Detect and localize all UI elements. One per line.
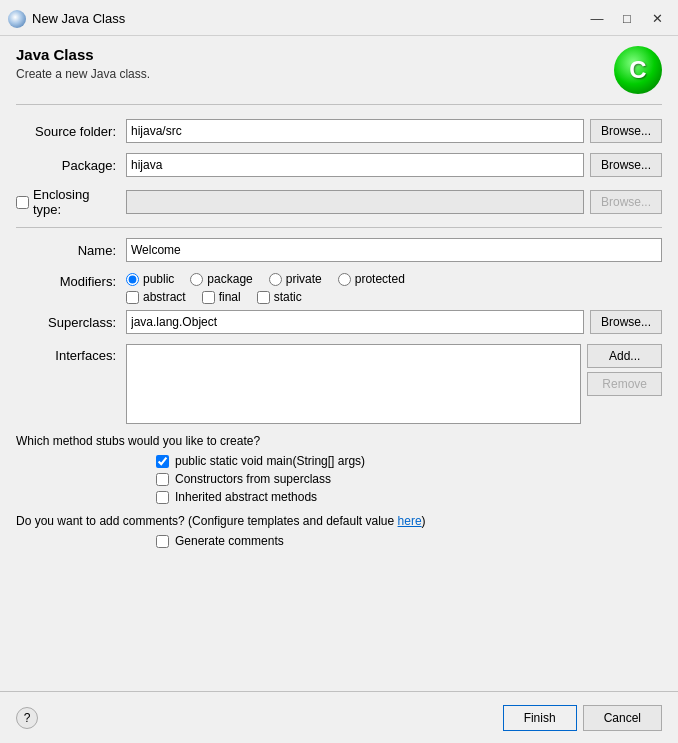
modifiers-extra-row: abstract final static bbox=[126, 290, 405, 304]
window-controls: — □ ✕ bbox=[584, 9, 670, 29]
source-folder-row: Source folder: Browse... bbox=[16, 119, 662, 143]
cancel-button[interactable]: Cancel bbox=[583, 705, 662, 731]
package-browse-button[interactable]: Browse... bbox=[590, 153, 662, 177]
package-label: Package: bbox=[16, 158, 126, 173]
dialog-body: Java Class Create a new Java class. C So… bbox=[0, 36, 678, 568]
comments-section: Do you want to add comments? (Configure … bbox=[16, 514, 662, 548]
name-input[interactable] bbox=[126, 238, 662, 262]
modifier-static-item[interactable]: static bbox=[257, 290, 302, 304]
app-icon bbox=[8, 10, 26, 28]
comments-here-link[interactable]: here bbox=[398, 514, 422, 528]
stub-inherited-item[interactable]: Inherited abstract methods bbox=[156, 490, 662, 504]
modifier-package-item[interactable]: package bbox=[190, 272, 252, 286]
interfaces-add-button[interactable]: Add... bbox=[587, 344, 662, 368]
help-button[interactable]: ? bbox=[16, 707, 38, 729]
modifier-package-radio[interactable] bbox=[190, 273, 203, 286]
package-row: Package: Browse... bbox=[16, 153, 662, 177]
dialog-title: Java Class bbox=[16, 46, 150, 63]
header-section: Java Class Create a new Java class. C bbox=[16, 46, 662, 105]
stubs-section: Which method stubs would you like to cre… bbox=[16, 434, 662, 504]
title-bar: New Java Class — □ ✕ bbox=[0, 0, 678, 36]
modifier-private-item[interactable]: private bbox=[269, 272, 322, 286]
modifier-public-item[interactable]: public bbox=[126, 272, 174, 286]
modifier-final-label: final bbox=[219, 290, 241, 304]
stub-constructors-label: Constructors from superclass bbox=[175, 472, 331, 486]
stub-inherited-checkbox[interactable] bbox=[156, 491, 169, 504]
stub-main-checkbox[interactable] bbox=[156, 455, 169, 468]
modifier-package-label: package bbox=[207, 272, 252, 286]
source-folder-input[interactable] bbox=[126, 119, 584, 143]
modifier-abstract-label: abstract bbox=[143, 290, 186, 304]
dialog-footer: ? Finish Cancel bbox=[0, 691, 678, 743]
source-folder-browse-button[interactable]: Browse... bbox=[590, 119, 662, 143]
modifier-protected-item[interactable]: protected bbox=[338, 272, 405, 286]
modifier-private-radio[interactable] bbox=[269, 273, 282, 286]
interfaces-remove-button[interactable]: Remove bbox=[587, 372, 662, 396]
finish-button[interactable]: Finish bbox=[503, 705, 577, 731]
enclosing-type-browse-button[interactable]: Browse... bbox=[590, 190, 662, 214]
modifier-abstract-checkbox[interactable] bbox=[126, 291, 139, 304]
generate-comments-item[interactable]: Generate comments bbox=[156, 534, 662, 548]
superclass-input[interactable] bbox=[126, 310, 584, 334]
window-title: New Java Class bbox=[32, 11, 125, 26]
stub-main-label: public static void main(String[] args) bbox=[175, 454, 365, 468]
modifier-protected-radio[interactable] bbox=[338, 273, 351, 286]
modifier-static-label: static bbox=[274, 290, 302, 304]
comments-question-text: Do you want to add comments? (Configure … bbox=[16, 514, 398, 528]
stub-main-item[interactable]: public static void main(String[] args) bbox=[156, 454, 662, 468]
dialog-subtitle: Create a new Java class. bbox=[16, 67, 150, 81]
name-label: Name: bbox=[16, 243, 126, 258]
source-folder-label: Source folder: bbox=[16, 124, 126, 139]
modifier-static-checkbox[interactable] bbox=[257, 291, 270, 304]
enclosing-type-input[interactable] bbox=[126, 190, 584, 214]
modifier-private-label: private bbox=[286, 272, 322, 286]
stub-constructors-checkbox[interactable] bbox=[156, 473, 169, 486]
enclosing-type-label[interactable]: Enclosing type: bbox=[33, 187, 116, 217]
modifier-abstract-item[interactable]: abstract bbox=[126, 290, 186, 304]
stubs-question: Which method stubs would you like to cre… bbox=[16, 434, 662, 448]
interfaces-row: Interfaces: Add... Remove bbox=[16, 344, 662, 424]
comments-question-end: ) bbox=[422, 514, 426, 528]
interfaces-label: Interfaces: bbox=[16, 344, 126, 363]
interfaces-list bbox=[126, 344, 581, 424]
java-class-icon: C bbox=[614, 46, 662, 94]
name-row: Name: bbox=[16, 238, 662, 262]
modifier-protected-label: protected bbox=[355, 272, 405, 286]
superclass-label: Superclass: bbox=[16, 315, 126, 330]
modifier-public-label: public bbox=[143, 272, 174, 286]
enclosing-type-checkbox[interactable] bbox=[16, 196, 29, 209]
minimize-button[interactable]: — bbox=[584, 9, 610, 29]
modifiers-visibility-row: public package private protected bbox=[126, 272, 405, 286]
superclass-browse-button[interactable]: Browse... bbox=[590, 310, 662, 334]
modifiers-row: Modifiers: public package private protec… bbox=[16, 272, 662, 304]
modifiers-label: Modifiers: bbox=[16, 272, 126, 289]
interfaces-buttons: Add... Remove bbox=[587, 344, 662, 396]
divider-1 bbox=[16, 227, 662, 228]
modifiers-group: public package private protected bbox=[126, 272, 405, 304]
modifier-final-checkbox[interactable] bbox=[202, 291, 215, 304]
stub-inherited-label: Inherited abstract methods bbox=[175, 490, 317, 504]
close-button[interactable]: ✕ bbox=[644, 9, 670, 29]
package-input[interactable] bbox=[126, 153, 584, 177]
modifier-public-radio[interactable] bbox=[126, 273, 139, 286]
stub-constructors-item[interactable]: Constructors from superclass bbox=[156, 472, 662, 486]
generate-comments-label: Generate comments bbox=[175, 534, 284, 548]
superclass-row: Superclass: Browse... bbox=[16, 310, 662, 334]
maximize-button[interactable]: □ bbox=[614, 9, 640, 29]
enclosing-type-row: Enclosing type: Browse... bbox=[16, 187, 662, 217]
comments-question: Do you want to add comments? (Configure … bbox=[16, 514, 662, 528]
generate-comments-checkbox[interactable] bbox=[156, 535, 169, 548]
modifier-final-item[interactable]: final bbox=[202, 290, 241, 304]
